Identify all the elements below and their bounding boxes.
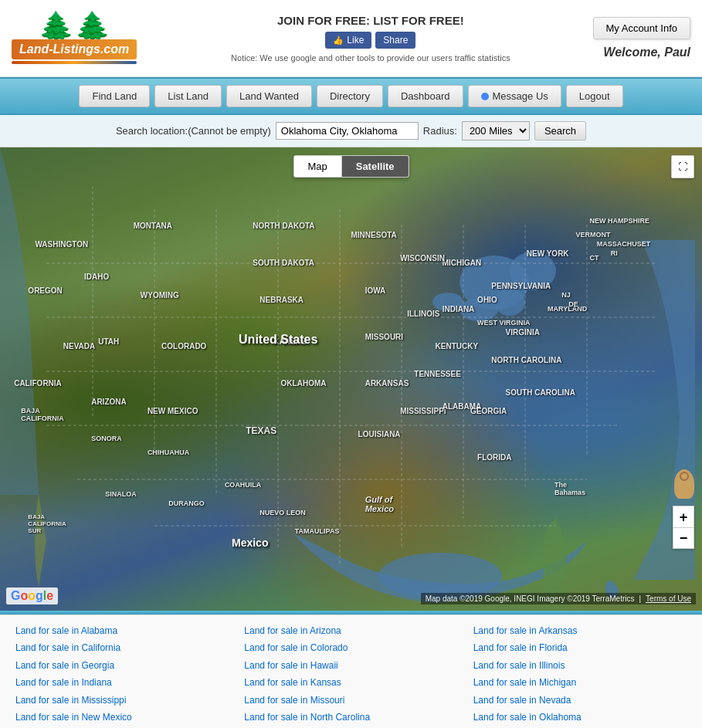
fb-like-button[interactable]: 👍 Like <box>325 32 371 49</box>
fullscreen-icon: ⛶ <box>678 161 687 172</box>
search-input[interactable] <box>276 122 419 140</box>
fullscreen-button[interactable]: ⛶ <box>671 155 694 178</box>
header-right: My Account Info Welcome, Paul <box>593 17 691 59</box>
footer-link-georgia[interactable]: Land for sale in Georgia <box>15 658 229 673</box>
footer-link-california[interactable]: Land for sale in California <box>15 640 229 655</box>
logo-area: 🌲🌲 Land-Listings.com <box>12 12 137 64</box>
welcome-text: Welcome, Paul <box>603 46 690 59</box>
terms-separator: | <box>639 594 641 603</box>
join-text: JOIN FOR FREE: LIST FOR FREE! <box>277 14 464 27</box>
header: 🌲🌲 Land-Listings.com JOIN FOR FREE: LIST… <box>0 0 702 77</box>
notice-text: Notice: We use google and other tools to… <box>231 53 510 63</box>
footer-link-michigan[interactable]: Land for sale in Michigan <box>473 675 687 690</box>
footer-link-new-mexico[interactable]: Land for sale in New Mexico <box>15 709 229 725</box>
footer-link-north-carolina[interactable]: Land for sale in North Carolina <box>244 709 457 725</box>
footer-link-oklahoma[interactable]: Land for sale in Oklahoma <box>473 709 687 725</box>
street-view-icon <box>674 469 694 499</box>
google-logo: Google <box>6 587 58 604</box>
footer-link-alabama[interactable]: Land for sale in Alabama <box>15 623 229 638</box>
logo-trees-icon: 🌲🌲 <box>38 12 110 42</box>
fb-buttons: 👍 Like Share <box>325 32 415 49</box>
radius-select[interactable]: 50 Miles 100 Miles 200 Miles 500 Miles <box>462 121 530 141</box>
header-middle: JOIN FOR FREE: LIST FOR FREE! 👍 Like Sha… <box>148 14 592 63</box>
zoom-out-button[interactable]: − <box>673 527 694 549</box>
footer-link-florida[interactable]: Land for sale in Florida <box>473 640 687 655</box>
fb-share-button[interactable]: Share <box>375 32 415 49</box>
my-account-button[interactable]: My Account Info <box>593 17 691 39</box>
nav-bar: Find Land List Land Land Wanted Director… <box>0 77 702 115</box>
footer-link-missouri[interactable]: Land for sale in Missouri <box>244 692 457 708</box>
list-land-button[interactable]: List Land <box>154 85 222 107</box>
street-view-button[interactable] <box>674 469 694 499</box>
map-view-toggle: Map Satellite <box>293 155 409 178</box>
fb-like-label: Like <box>347 35 364 46</box>
radius-label: Radius: <box>423 125 457 137</box>
logout-button[interactable]: Logout <box>566 85 623 107</box>
search-location-label: Search location:(Cannot be empty) <box>116 125 271 137</box>
message-us-button[interactable]: Message Us <box>468 85 561 107</box>
map-attribution: Map data ©2019 Google, INEGI Imagery ©20… <box>421 593 696 604</box>
map-container: WASHINGTON OREGON CALIFORNIA NEVADA IDAH… <box>0 147 702 611</box>
footer-link-illinois[interactable]: Land for sale in Illinois <box>473 658 687 673</box>
find-land-button[interactable]: Find Land <box>79 85 150 107</box>
message-dot-icon <box>481 93 489 100</box>
terms-link[interactable]: Terms of Use <box>646 594 691 603</box>
zoom-controls: + − <box>673 506 694 549</box>
footer-link-arkansas[interactable]: Land for sale in Arkansas <box>473 623 687 638</box>
footer-link-hawaii[interactable]: Land for sale in Hawaii <box>244 658 457 673</box>
footer-link-arizona[interactable]: Land for sale in Arizona <box>244 623 457 638</box>
directory-button[interactable]: Directory <box>317 85 383 107</box>
attribution-text: Map data ©2019 Google, INEGI Imagery ©20… <box>426 594 635 603</box>
logo-text: Land-Listings.com <box>12 39 137 59</box>
footer-link-nevada[interactable]: Land for sale in Nevada <box>473 692 687 708</box>
footer-grid: Land for sale in Alabama Land for sale i… <box>15 623 687 725</box>
logo-underline <box>12 61 137 64</box>
map-toggle-satellite-button[interactable]: Satellite <box>342 156 409 177</box>
footer: Land for sale in Alabama Land for sale i… <box>0 615 702 728</box>
search-bar: Search location:(Cannot be empty) Radius… <box>0 115 702 147</box>
footer-link-kansas[interactable]: Land for sale in Kansas <box>244 675 457 690</box>
land-wanted-button[interactable]: Land Wanted <box>226 85 312 107</box>
search-button[interactable]: Search <box>534 121 586 141</box>
message-us-label: Message Us <box>493 90 548 102</box>
zoom-in-button[interactable]: + <box>673 506 694 527</box>
map-toggle-map-button[interactable]: Map <box>293 156 341 177</box>
footer-link-colorado[interactable]: Land for sale in Colorado <box>244 640 457 655</box>
footer-link-indiana[interactable]: Land for sale in Indiana <box>15 675 229 690</box>
fb-thumbs-icon: 👍 <box>333 36 344 46</box>
footer-link-mississippi[interactable]: Land for sale in Mississippi <box>15 692 229 708</box>
dashboard-button[interactable]: Dashboard <box>388 85 463 107</box>
map-background <box>0 147 702 611</box>
